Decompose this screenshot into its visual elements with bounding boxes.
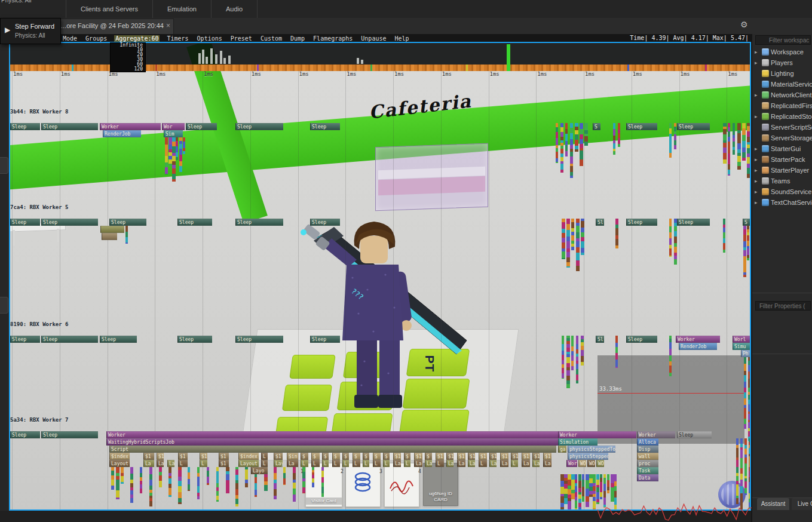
explorer-item-replicatedstorage[interactable]: ▸ReplicatedStorage — [752, 111, 812, 122]
profiler-block[interactable]: La — [425, 460, 432, 467]
profiler-block[interactable]: Sl — [596, 336, 604, 343]
profiler-block[interactable]: L — [301, 460, 308, 467]
profiler-block[interactable]: Ph — [741, 350, 750, 357]
profiler-block[interactable]: La — [287, 460, 298, 467]
profiler-block[interactable]: $ — [342, 453, 349, 460]
profiler-block[interactable]: Sleep — [41, 123, 98, 130]
profiler-block[interactable]: L — [353, 460, 360, 467]
profiler-block[interactable]: $ — [404, 453, 410, 460]
profiler-block[interactable]: S — [593, 123, 600, 130]
profiler-block[interactable]: Sleep — [41, 336, 98, 343]
profiler-menu-item[interactable]: Timers — [166, 35, 189, 42]
profiler-block[interactable]: Sl — [596, 219, 604, 226]
profiler-spike[interactable] — [736, 438, 739, 504]
profiler-block[interactable]: WaitingHybridScriptsJob — [106, 438, 558, 446]
expand-arrow-icon[interactable]: ▸ — [755, 146, 760, 152]
profiler-block[interactable]: $1 — [200, 453, 207, 460]
tab-emulation[interactable]: Emulation — [153, 0, 212, 18]
profiler-spike[interactable] — [293, 467, 296, 502]
profiler-spike[interactable] — [121, 467, 124, 484]
profiler-spike[interactable] — [302, 467, 305, 493]
profiler-spike[interactable] — [245, 467, 248, 487]
profiler-block[interactable]: Worker — [106, 431, 558, 438]
profiler-spike[interactable] — [615, 336, 618, 368]
expand-arrow-icon[interactable]: ▸ — [755, 60, 760, 66]
gear-icon[interactable]: ⚙ — [740, 20, 751, 30]
profiler-block[interactable]: $1 — [157, 453, 164, 460]
explorer-item-starterpack[interactable]: ▸StarterPack — [752, 154, 812, 165]
profiler-spike[interactable] — [575, 123, 578, 152]
profiler-spike[interactable] — [178, 467, 182, 504]
profiler-block[interactable]: $1 — [468, 453, 475, 460]
profiler-block[interactable]: Worker — [637, 431, 675, 438]
profiler-block[interactable]: L — [322, 460, 329, 467]
profiler-spike[interactable] — [570, 123, 573, 178]
profiler-block[interactable]: Sleep — [677, 431, 712, 438]
explorer-item-lighting[interactable]: Lighting — [752, 68, 812, 79]
profiler-menu-item[interactable]: Aggregate:60 — [114, 35, 160, 42]
profiler-block[interactable]: Worker — [676, 336, 720, 343]
profiler-spike[interactable] — [125, 226, 128, 244]
profiler-menu-item[interactable]: Mode — [62, 35, 78, 42]
profiler-block[interactable]: Sleep — [10, 431, 40, 438]
tab-clients-and-servers[interactable]: Clients and Servers — [66, 0, 153, 18]
profiler-block[interactable]: $in — [287, 453, 298, 460]
profiler-block[interactable]: $ — [353, 453, 360, 460]
profiler-block[interactable]: Script — [109, 446, 556, 453]
profiler-block[interactable]: WOr — [587, 460, 595, 467]
profiler-block[interactable]: $1 — [511, 453, 518, 460]
profiler-block[interactable]: RenderJob — [679, 343, 717, 350]
profiler-spike[interactable] — [321, 467, 324, 497]
profiler-block[interactable]: La — [522, 460, 530, 467]
profiler-block[interactable]: Sim — [164, 130, 183, 137]
profiler-spike[interactable] — [744, 438, 747, 495]
explorer-item-replicatedfirst[interactable]: ReplicatedFirst — [752, 100, 812, 111]
profiler-block[interactable]: $1 — [143, 453, 154, 460]
profiler-block[interactable]: Sleep — [186, 123, 217, 130]
profiler-block[interactable]: L — [200, 460, 207, 467]
profiler-spike[interactable] — [733, 123, 735, 155]
profiler-menu-item[interactable]: Unpause — [360, 35, 387, 42]
profiler-block[interactable]: wall — [637, 453, 658, 460]
profiler-block[interactable] — [102, 233, 117, 240]
profiler-block[interactable]: $1 — [436, 453, 444, 460]
profiler-block[interactable]: $ — [332, 453, 340, 460]
profiler-block[interactable]: Data — [637, 474, 658, 481]
explorer-item-startergui[interactable]: ▸StarterGui — [752, 143, 812, 154]
profiler-spike[interactable] — [581, 336, 584, 366]
profiler-spike[interactable] — [562, 336, 564, 379]
profiler-spike[interactable] — [566, 219, 570, 268]
profiler-block[interactable]: Sleep — [10, 336, 40, 343]
profiler-menu-item[interactable]: Preset — [229, 35, 253, 42]
properties-filter-input[interactable] — [755, 301, 811, 311]
profiler-spike[interactable] — [743, 219, 746, 277]
profiler-spike[interactable] — [159, 467, 162, 487]
profiler-spike[interactable] — [737, 123, 741, 170]
profiler-spike[interactable] — [149, 467, 152, 506]
profiler-block[interactable]: $1 — [219, 453, 229, 460]
tab-assistant[interactable]: Assistant — [757, 498, 789, 510]
profiler-spike[interactable] — [581, 219, 584, 256]
profiler-block[interactable]: Sleep — [235, 336, 283, 343]
profiler-block[interactable]: Simulation — [558, 438, 597, 446]
profiler-spike[interactable] — [582, 474, 584, 502]
profiler-spike[interactable] — [580, 123, 583, 166]
profiler-block[interactable]: $1 — [393, 453, 401, 460]
profiler-block[interactable]: Sleep — [100, 336, 137, 343]
explorer-item-textchatservice[interactable]: ▸TextChatService — [752, 197, 812, 208]
profiler-block[interactable]: La — [468, 460, 475, 467]
profiler-block[interactable]: Sleep — [235, 123, 283, 130]
profiler-block[interactable]: La — [157, 460, 164, 467]
document-tab[interactable]: ...ore Facility @ 24 Feb 2025 20:44 × — [57, 19, 174, 34]
profiler-spike[interactable] — [312, 467, 314, 487]
player-character[interactable]: ??? — [284, 218, 475, 415]
profiler-block[interactable]: S — [743, 219, 750, 226]
expand-arrow-icon[interactable]: ▸ — [755, 156, 760, 162]
profiler-block[interactable]: Sleep — [310, 336, 340, 343]
profiler-block[interactable]: Sleep — [310, 219, 340, 226]
profiler-block[interactable]: $ — [322, 453, 329, 460]
profiler-block[interactable]: $1 — [446, 453, 454, 460]
profiler-block[interactable]: Sleep — [626, 219, 657, 226]
profiler-block[interactable]: proc — [637, 460, 658, 467]
profiler-block[interactable]: Disp — [637, 446, 658, 453]
